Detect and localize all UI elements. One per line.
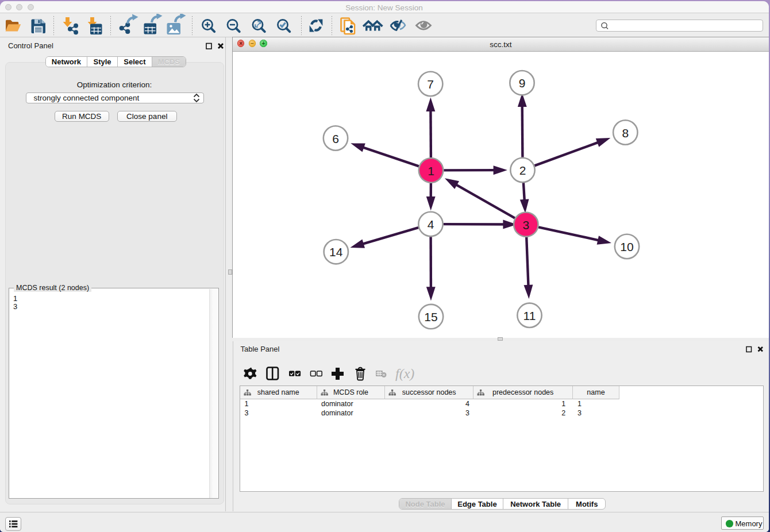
- svg-text:f(x): f(x): [395, 366, 414, 381]
- svg-text:10: 10: [620, 240, 633, 253]
- svg-text:6: 6: [332, 132, 339, 145]
- svg-text:11: 11: [523, 309, 536, 322]
- svg-text:8: 8: [622, 126, 629, 140]
- svg-text:3: 3: [522, 218, 529, 232]
- svg-text:4: 4: [428, 218, 434, 231]
- svg-text:14: 14: [329, 245, 343, 259]
- svg-text:15: 15: [424, 310, 437, 323]
- svg-text:2: 2: [519, 164, 526, 177]
- svg-text:9: 9: [519, 76, 526, 90]
- svg-text:7: 7: [427, 78, 434, 91]
- svg-text:1: 1: [428, 164, 434, 178]
